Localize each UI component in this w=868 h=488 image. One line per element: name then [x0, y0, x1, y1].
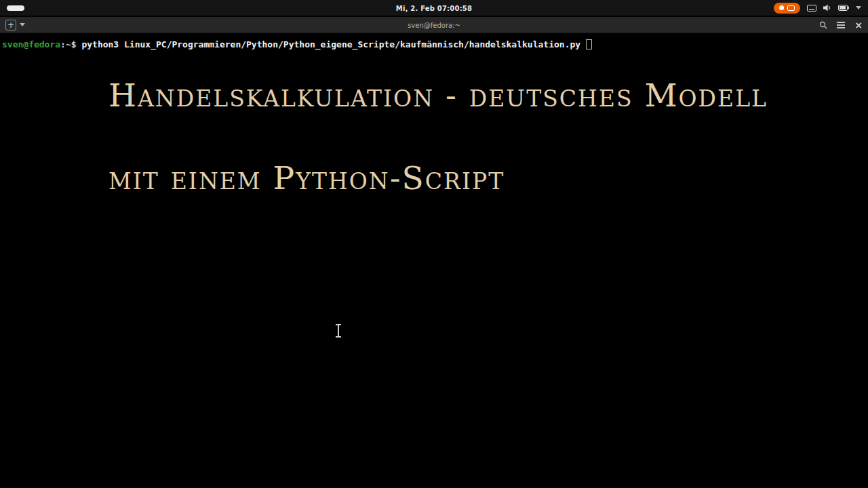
terminal-cursor [586, 39, 592, 49]
tab-dropdown-chevron-icon[interactable] [20, 23, 25, 26]
screen-recording-indicator[interactable] [774, 3, 800, 14]
new-tab-button[interactable]: + [5, 20, 16, 30]
close-icon[interactable]: × [854, 20, 863, 30]
screencast-icon [787, 5, 795, 11]
terminal-body[interactable]: sven@fedora:~$ python3 Linux_PC/Programm… [0, 34, 868, 488]
system-menu-chevron-icon[interactable] [856, 6, 861, 9]
titlebar-left: + [5, 20, 25, 30]
prompt-user-host: sven@fedora [2, 39, 60, 49]
keyboard-layout-icon[interactable] [807, 5, 816, 12]
command-text: python3 Linux_PC/Programmieren/Python/Py… [81, 39, 580, 49]
top-bar-left [7, 0, 24, 16]
clock[interactable]: Mi, 2. Feb 07:00:58 [396, 4, 472, 12]
screen: Mi, 2. Feb 07:00:58 [0, 0, 868, 488]
workspace-indicator[interactable] [7, 5, 24, 11]
battery-icon[interactable] [838, 5, 849, 11]
window-title: sven@fedora:~ [408, 21, 460, 28]
record-icon [779, 5, 784, 10]
menu-icon[interactable] [837, 22, 845, 28]
prompt-line: sven@fedora:~$ python3 Linux_PC/Programm… [2, 39, 592, 49]
volume-icon[interactable] [823, 4, 831, 12]
prompt-separator: :~$ [60, 39, 81, 49]
titlebar-right: × [819, 20, 863, 30]
text-cursor-ibeam [335, 324, 342, 338]
top-bar-right [774, 0, 861, 16]
output-heading-line2: mit einem Python-Script [108, 161, 505, 195]
gnome-top-bar: Mi, 2. Feb 07:00:58 [0, 0, 868, 16]
output-heading-line1: Handelskalkulation - deutsches Modell [108, 79, 768, 112]
search-icon[interactable] [819, 21, 827, 29]
terminal-titlebar: + sven@fedora:~ × [0, 17, 868, 33]
